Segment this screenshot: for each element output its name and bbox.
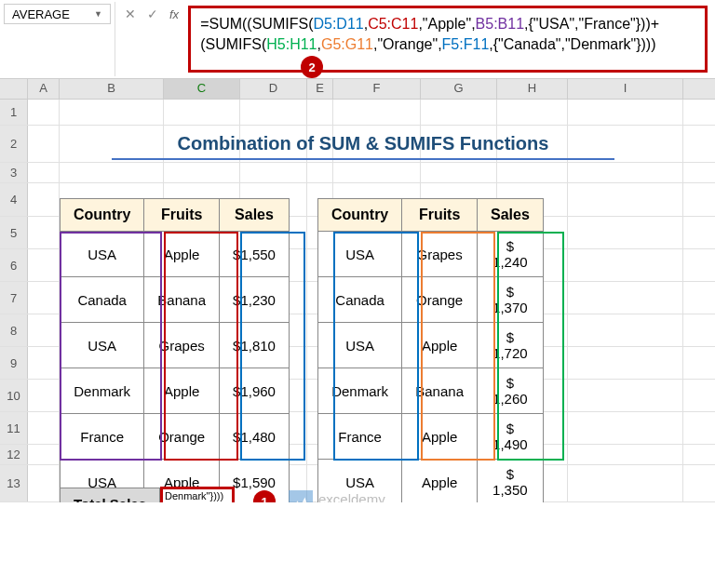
col-header-e[interactable]: E [307,79,333,99]
col-header-c[interactable]: C [164,79,240,99]
callout-badge-2: 2 [301,56,323,78]
select-all-corner[interactable] [0,79,28,99]
cell-sales[interactable]: $1,480 [220,414,290,460]
row-header[interactable]: 13 [0,465,28,501]
formula-input[interactable]: =SUM((SUMIFS(D5:D11,C5:C11,"Apple",B5:B1… [188,6,708,73]
table-row[interactable]: DenmarkBanana$ 1,260 [317,368,543,414]
cell-fruit[interactable]: Grapes [144,323,220,368]
th-country: Country [61,199,144,232]
th-fruits: Fruits [402,199,478,232]
cell-country[interactable]: Denmark [61,368,144,414]
table-row[interactable]: FranceOrange$1,480 [61,414,290,460]
cell-fruit[interactable]: Orange [402,277,478,323]
col-header-g[interactable]: G [421,79,497,99]
cell-fruit[interactable]: Apple [402,323,478,368]
total-sales-cell[interactable]: Denmark"}))) [160,487,235,502]
cell-sales[interactable]: $1,810 [220,323,290,368]
data-tables: Country Fruits Sales USAApple$1,550Canad… [60,198,544,502]
page-title-area: Combination of SUM & SUMIFS Functions [56,133,670,160]
cell-fruit[interactable]: Orange [144,414,220,460]
col-header-d[interactable]: D [240,79,307,99]
cell-sales[interactable]: $1,230 [220,277,290,323]
cell-sales[interactable]: $ 1,260 [477,368,543,414]
col-header-b[interactable]: B [60,79,164,99]
cell-country[interactable]: Canada [317,277,401,323]
row-header[interactable]: 8 [0,314,28,346]
table-row[interactable]: CanadaOrange$ 1,370 [317,277,543,323]
cell-country[interactable]: Denmark [317,368,401,414]
row-header[interactable]: 7 [0,282,28,314]
th-sales: Sales [220,199,290,232]
table-row[interactable]: USAApple$1,550 [61,232,290,277]
cell-fruit[interactable]: Apple [144,232,220,277]
table-row[interactable]: USAGrapes$1,810 [61,323,290,368]
row-header[interactable]: 10 [0,380,28,411]
cell-fruit[interactable]: Apple [144,368,220,414]
cell-sales[interactable]: $ 1,370 [477,277,543,323]
table-row[interactable]: USAApple$ 1,720 [317,323,543,368]
total-sales-label: Total Sales [60,488,160,503]
th-fruits: Fruits [144,199,220,232]
th-country: Country [317,199,401,232]
row-header[interactable]: 6 [0,249,28,281]
th-sales: Sales [477,199,543,232]
chevron-down-icon[interactable]: ▼ [94,9,102,19]
name-box-value: AVERAGE [12,7,94,21]
table-1: Country Fruits Sales USAApple$1,550Canad… [60,198,290,502]
fx-icon[interactable]: fx [169,7,179,21]
cell-fruit[interactable]: Apple [402,414,478,460]
col-header-i[interactable]: I [568,79,683,99]
table-row[interactable]: CanadaBanana$1,230 [61,277,290,323]
page-title: Combination of SUM & SUMIFS Functions [112,133,614,160]
table-row[interactable]: USAGrapes$ 1,240 [317,232,543,277]
row-header[interactable]: 11 [0,412,28,444]
cancel-icon[interactable]: ✕ [125,7,136,21]
watermark-name: exceldemy [318,492,416,502]
row-header[interactable]: 5 [0,217,28,248]
col-header-a[interactable]: A [28,79,60,99]
col-header-f[interactable]: F [333,79,421,99]
cell-country[interactable]: USA [61,323,144,368]
cell-sales[interactable]: $ 1,490 [477,414,543,460]
cell-fruit[interactable]: Banana [402,368,478,414]
cell-country[interactable]: USA [317,232,401,277]
cell-country[interactable]: USA [61,232,144,277]
cell-country[interactable]: Canada [61,277,144,323]
total-sales-row: Total Sales Denmark"}))) [60,487,235,502]
cell-sales[interactable]: $ 1,240 [477,232,543,277]
name-box[interactable]: AVERAGE ▼ [4,4,111,24]
row-header[interactable]: 4 [0,183,28,216]
formula-bar-area: AVERAGE ▼ ✕ ✓ fx =SUM((SUMIFS(D5:D11,C5:… [0,0,715,79]
row-header[interactable]: 3 [0,163,28,182]
cell-sales[interactable]: $1,550 [220,232,290,277]
table-row[interactable]: DenmarkApple$1,960 [61,368,290,414]
cell-country[interactable]: France [61,414,144,460]
cell-fruit[interactable]: Banana [144,277,220,323]
col-header-h[interactable]: H [497,79,568,99]
row-header[interactable]: 1 [0,100,28,125]
cell-country[interactable]: France [317,414,401,460]
formula-buttons: ✕ ✓ fx [115,2,188,26]
cell-sales[interactable]: $1,960 [220,368,290,414]
column-headers: A B C D E F G H I [0,79,715,100]
table-row[interactable]: FranceApple$ 1,490 [317,414,543,460]
spreadsheet-grid[interactable]: 1 2 3 4 5 6 7 8 9 10 11 12 13 Combinatio… [0,100,715,502]
row-header[interactable]: 2 [0,126,28,162]
watermark: exceldemy EXCEL · DATA · TIPS [289,490,416,502]
table-2: Country Fruits Sales USAGrapes$ 1,240Can… [317,198,544,502]
enter-icon[interactable]: ✓ [147,7,158,21]
cell-sales[interactable]: $ 1,350 [477,460,543,503]
cell-fruit[interactable]: Grapes [402,232,478,277]
row-header[interactable]: 12 [0,445,28,464]
cell-country[interactable]: USA [317,323,401,368]
cell-sales[interactable]: $ 1,720 [477,323,543,368]
chart-icon [289,490,313,502]
row-header[interactable]: 9 [0,347,28,379]
